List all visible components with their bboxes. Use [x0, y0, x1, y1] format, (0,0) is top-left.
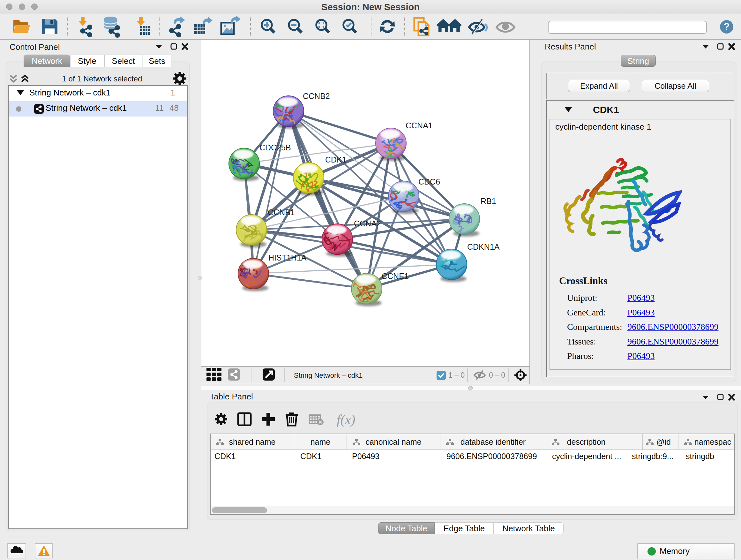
svg-text:String Network – cdk1: String Network – cdk1	[294, 371, 362, 379]
svg-text:1 – 0: 1 – 0	[448, 371, 465, 379]
svg-text:f(x): f(x)	[337, 412, 355, 427]
svg-text:0 – 0: 0 – 0	[489, 371, 505, 379]
svg-text:CCNB1: CCNB1	[268, 208, 295, 217]
svg-text:CCNA2: CCNA2	[354, 219, 381, 228]
svg-text:1 of 1 Network selected: 1 of 1 Network selected	[62, 74, 142, 83]
svg-text:CCNA1: CCNA1	[406, 121, 433, 130]
svg-text:CCNE1: CCNE1	[382, 272, 409, 281]
svg-text:RB1: RB1	[481, 197, 496, 206]
svg-text:HIST1H1A: HIST1H1A	[268, 253, 307, 262]
svg-text:CDKN1A: CDKN1A	[467, 242, 500, 251]
svg-text:CDC25B: CDC25B	[259, 143, 291, 152]
svg-text:CCNB2: CCNB2	[303, 91, 330, 101]
svg-text:CDK1: CDK1	[325, 155, 347, 164]
svg-text:CDC6: CDC6	[418, 177, 440, 186]
